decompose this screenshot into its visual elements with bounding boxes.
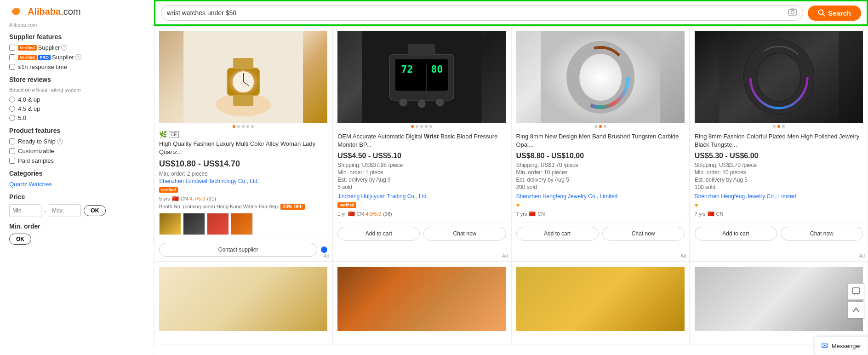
product-sold-3: 200 sold	[516, 184, 685, 190]
product-image-2: 72 80	[337, 31, 506, 123]
sidebar: Alibaba.com Alibaba.com Supplier feature…	[0, 0, 154, 355]
carousel-dots-4	[695, 125, 863, 128]
quartz-watches-category[interactable]: Quartz Watches	[9, 181, 144, 188]
ready-to-ship-checkbox[interactable]	[9, 138, 15, 144]
response-time-checkbox[interactable]	[9, 64, 15, 70]
search-bar: Search	[154, 0, 868, 26]
price-title: Price	[9, 193, 144, 200]
ad-label-1: Ad	[324, 253, 329, 258]
ready-to-ship-info-icon[interactable]: ?	[57, 138, 63, 144]
product-delivery-3: Est. delivery by Aug 5	[516, 177, 685, 183]
supplier-name-1[interactable]: Shenzhen Londweil Technology Co., Ltd.	[159, 178, 327, 184]
verified-supplier-checkbox[interactable]	[9, 45, 15, 51]
ad-label-2: Ad	[502, 253, 508, 258]
ready-to-ship-filter[interactable]: Ready to Ship ?	[9, 138, 144, 145]
dot	[773, 125, 776, 128]
product-min-order-1: Min. order: 2 pieces	[159, 171, 327, 177]
preview-image-4	[695, 267, 863, 331]
dot	[237, 125, 240, 128]
rating-5[interactable]: 5.0	[9, 115, 144, 121]
categories-title: Categories	[9, 170, 144, 177]
product-preview-4	[690, 262, 868, 344]
verified-pro-filter[interactable]: VerifiedPRO Supplier ?	[9, 54, 144, 61]
dot	[233, 125, 235, 128]
rating-4-5-up[interactable]: 4.5 & up	[9, 105, 144, 112]
dot	[425, 125, 428, 128]
verified-supplier-filter[interactable]: Verified Supplier ?	[9, 44, 144, 51]
logo-area: Alibaba.com	[9, 5, 144, 18]
product-title-4: Ring 8mm Fashion Colorful Plated Men Hig…	[695, 132, 863, 149]
supplier-meta-1: Verified ♡	[159, 186, 327, 194]
dot	[416, 125, 418, 128]
rating-4-5-radio[interactable]	[9, 106, 15, 112]
dot	[242, 125, 245, 128]
ad-label-4: Ad	[859, 253, 865, 258]
verified-info-icon[interactable]: ?	[61, 45, 67, 51]
supplier-meta-4: ♥	[695, 201, 863, 209]
search-input[interactable]	[167, 9, 784, 17]
verified-pro-checkbox[interactable]	[9, 54, 15, 60]
response-time-filter[interactable]: ≤1h response time	[9, 63, 144, 70]
camera-icon[interactable]	[788, 8, 797, 17]
thumb-3[interactable]	[207, 213, 229, 235]
messenger-icon: ✉	[821, 341, 828, 351]
supplier-name-2[interactable]: Jincheng Huijuyuan Trading Co., Ltd.	[337, 193, 506, 200]
action-row-3: Add to cart Chat now	[516, 223, 685, 240]
rating-4-up[interactable]: 4.0 & up	[9, 96, 144, 103]
thumb-2[interactable]	[183, 213, 205, 235]
paid-samples-checkbox[interactable]	[9, 158, 15, 164]
dot	[420, 125, 423, 128]
brand-name: Alibaba.com	[28, 6, 81, 17]
search-icon	[818, 9, 825, 17]
messenger-label: Messenger	[832, 343, 861, 349]
rating-5-radio[interactable]	[9, 115, 15, 121]
leaf-icon: 🌿	[159, 131, 167, 138]
product-card-2: 72 80	[332, 26, 511, 262]
preview-image-2	[337, 267, 506, 331]
min-order-ok-button[interactable]: OK	[9, 234, 31, 245]
price-range-filter: - OK	[9, 204, 144, 217]
verified-badge: Verified	[18, 45, 37, 51]
product-price-2: US$4.50 - US$5.10	[337, 152, 506, 160]
alibaba-logo-icon	[9, 5, 28, 18]
product-shipping-3: Shipping: US$3.70 /piece	[516, 162, 685, 168]
chat-now-button-3[interactable]: Chat now	[602, 227, 685, 240]
add-to-cart-button-2[interactable]: Add to cart	[337, 227, 420, 240]
supplier-name-4[interactable]: Shenzhen Hengfeng Jewelry Co., Limited	[695, 193, 863, 200]
supplier-name-3[interactable]: Shenzhen Hengfeng Jewelry Co., Limited	[516, 193, 685, 200]
add-to-cart-button-4[interactable]: Add to cart	[695, 227, 777, 240]
product-card-3: Ring 8mm New Design Men Band Brushed Tun…	[511, 26, 690, 262]
thumbnail-row-1	[159, 213, 327, 235]
verified-pro-badge-label: Verified	[18, 55, 37, 60]
chat-now-button-4[interactable]: Chat now	[781, 227, 863, 240]
booth-info-1: Booth No. (coming soon) Hong Kong Watch …	[159, 204, 327, 209]
thumb-4[interactable]	[231, 213, 253, 235]
price-max-input[interactable]	[49, 204, 81, 217]
price-min-input[interactable]	[9, 204, 41, 217]
product-sold-4: 100 sold	[695, 184, 863, 190]
pro-badge: PRO	[38, 55, 51, 60]
customizable-checkbox[interactable]	[9, 148, 15, 154]
supplier-meta-2: Verified ♡	[337, 201, 506, 209]
contact-supplier-button-1[interactable]: Contact supplier	[159, 243, 317, 257]
action-row-2: Add to cart Chat now	[337, 223, 506, 240]
product-sold-2: 5 sold	[337, 184, 506, 190]
action-row-4: Add to cart Chat now	[695, 223, 863, 240]
verified-pro-info-icon[interactable]: ?	[75, 54, 81, 60]
product-price-3: US$8.80 - US$10.00	[516, 152, 685, 160]
search-input-box[interactable]	[161, 5, 803, 21]
dot	[246, 125, 249, 128]
feedback-button[interactable]	[848, 283, 864, 300]
svg-point-21	[436, 99, 444, 106]
price-ok-button[interactable]: OK	[84, 205, 106, 216]
chat-now-button-2[interactable]: Chat now	[423, 227, 506, 240]
thumb-1[interactable]	[159, 213, 181, 235]
rating-4-radio[interactable]	[9, 97, 15, 103]
search-button[interactable]: Search	[808, 6, 861, 21]
add-to-cart-button-3[interactable]: Add to cart	[516, 227, 599, 240]
scroll-top-button[interactable]	[848, 302, 864, 318]
paid-samples-filter[interactable]: Paid samples	[9, 157, 144, 164]
messenger-bar[interactable]: ✉ Messenger	[814, 337, 868, 355]
breadcrumb: Alibaba.com	[9, 22, 144, 28]
customizable-filter[interactable]: Customizable	[9, 148, 144, 155]
